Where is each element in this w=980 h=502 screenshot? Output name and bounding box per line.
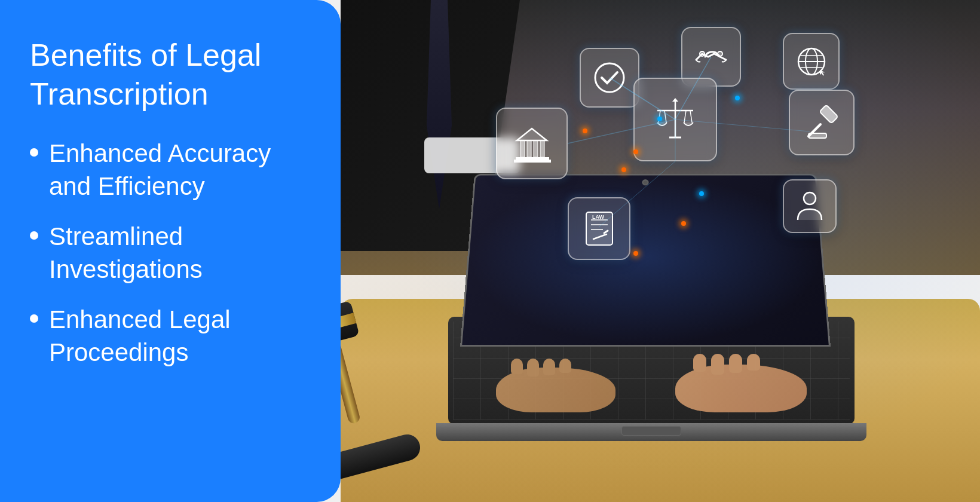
panel-title: Benefits of Legal Transcription (30, 36, 311, 114)
benefit-text-3: Enhanced Legal Proceedings (49, 304, 311, 369)
bullet-3 (30, 314, 38, 323)
bullet-1 (30, 148, 38, 157)
shirt-cuff (424, 137, 520, 173)
left-panel: Benefits of Legal Transcription Enhanced… (0, 0, 341, 502)
bullet-2 (30, 231, 38, 240)
webcam (642, 179, 648, 185)
hands-container (472, 353, 819, 412)
lfinger-1 (511, 359, 523, 374)
right-fingers (693, 354, 760, 375)
finger-2 (711, 354, 724, 375)
finger-1 (693, 354, 706, 372)
right-panel: LAW (341, 0, 980, 502)
benefit-text-1: Enhanced Accuracy and Efficiency (49, 137, 311, 203)
lfinger-3 (543, 359, 555, 375)
lfinger-2 (527, 359, 539, 376)
finger-3 (729, 354, 742, 373)
lfinger-4 (559, 359, 571, 373)
benefit-text-2: Streamlined Investigations (49, 221, 311, 286)
trackpad (621, 426, 681, 436)
left-fingers (511, 359, 571, 376)
gavel-band (341, 313, 356, 337)
left-hand (496, 368, 615, 412)
benefit-item-2: Streamlined Investigations (30, 221, 311, 286)
benefit-item-3: Enhanced Legal Proceedings (30, 304, 311, 369)
gavel-head (341, 301, 360, 349)
right-hand (675, 365, 807, 412)
laptop-screen (460, 174, 831, 347)
benefit-item-1: Enhanced Accuracy and Efficiency (30, 137, 311, 203)
laptop-base (436, 423, 866, 441)
finger-4 (747, 354, 760, 371)
benefits-list: Enhanced Accuracy and Efficiency Streaml… (30, 137, 311, 387)
screen-glow (462, 176, 829, 345)
